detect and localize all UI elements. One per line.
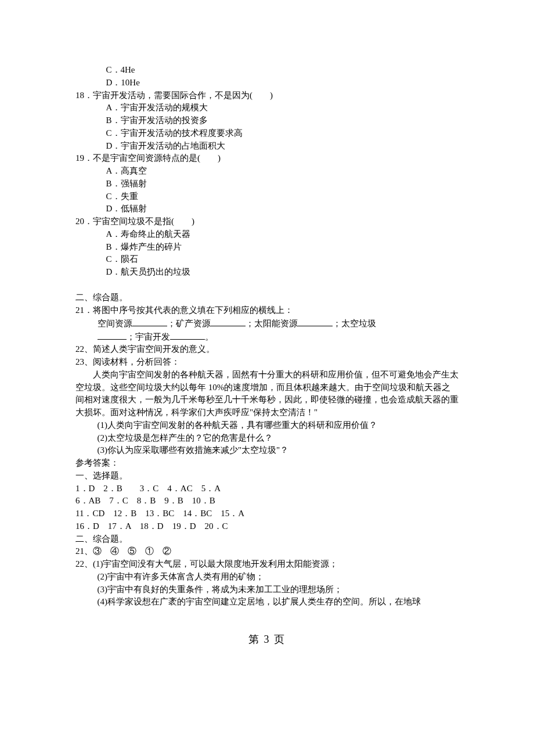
q21-label-solar: ；太阳能资源 xyxy=(246,319,298,328)
question-23-stem: 23、阅读材料，分析回答： xyxy=(75,356,459,369)
question-20-option-b: B．爆炸产生的碎片 xyxy=(75,241,459,254)
question-21-blanks-line1: 空间资源；矿产资源；太阳能资源；太空垃圾 xyxy=(75,317,459,330)
question-19-stem: 19．不是宇宙空间资源特点的是( ) xyxy=(75,152,459,165)
answer-22-3: (3)宇宙中有良好的失重条件，将成为未来加工工业的理想场所； xyxy=(75,584,459,596)
question-19-option-c: C．失重 xyxy=(75,190,459,203)
question-21-blanks-line2: ；宇宙开发。 xyxy=(75,330,459,344)
answer-21: 21、③ ④ ⑤ ① ② xyxy=(75,545,459,558)
question-21-stem: 21．将图中序号按其代表的意义填在下列相应的横线上： xyxy=(75,304,459,317)
answers-section-2: 二、综合题。 xyxy=(75,533,459,546)
question-23-sub1: (1)人类向宇宙空间发射的各种航天器，具有哪些重大的科研和应用价值？ xyxy=(75,419,459,432)
question-18-option-b: B．宇宙开发活动的投资多 xyxy=(75,114,459,127)
question-18-option-c: C．宇宙开发活动的技术程度要求高 xyxy=(75,127,459,140)
question-20-stem: 20．宇宙空间垃圾不是指( ) xyxy=(75,215,459,228)
answers-line-3: 11．CD 12．B 13．BC 14．BC 15．A xyxy=(75,507,459,520)
answer-22-1: 22、(1)宇宙空间没有大气层，可以最大限度地开发利用太阳能资源； xyxy=(75,558,459,571)
q21-label-mineral: ；矿产资源 xyxy=(167,319,211,328)
option-d: D．10He xyxy=(75,77,459,89)
section-2-heading: 二、综合题。 xyxy=(75,291,459,304)
answers-section-1: 一、选择题。 xyxy=(75,470,459,483)
fill-blank[interactable] xyxy=(298,317,333,326)
answer-22-2: (2)宇宙中有许多天体富含人类有用的矿物； xyxy=(75,571,459,584)
option-c: C．4He xyxy=(75,64,459,77)
fill-blank[interactable] xyxy=(132,317,167,326)
q21-label-space: 空间资源 xyxy=(98,319,132,328)
question-19-option-b: B．强辐射 xyxy=(75,178,459,190)
q21-label-dev: ；宇宙开发 xyxy=(127,332,170,341)
question-19-option-a: A．高真空 xyxy=(75,165,459,178)
question-22-stem: 22、简述人类宇宙空间开发的意义。 xyxy=(75,343,459,356)
question-18-option-d: D．宇宙开发活动的占地面积大 xyxy=(75,140,459,153)
question-20-option-a: A．寿命终止的航天器 xyxy=(75,228,459,241)
question-23-sub2: (2)太空垃圾是怎样产生的？它的危害是什么？ xyxy=(75,432,459,445)
page-number: 第 3 页 xyxy=(75,632,459,647)
answers-line-4: 16．D 17．A 18．D 19．D 20．C xyxy=(75,520,459,533)
fill-blank[interactable] xyxy=(98,330,127,340)
question-18-option-a: A．宇宙开发活动的规模大 xyxy=(75,102,459,114)
answer-22-4: (4)科学家设想在广袤的宇宙空间建立定居地，以扩展人类生存的空间。所以，在地球 xyxy=(75,596,459,609)
question-20-option-c: C．陨石 xyxy=(75,253,459,266)
question-18-stem: 18．宇宙开发活动，需要国际合作，不是因为( ) xyxy=(75,89,459,102)
question-23-sub3: (3)你认为应采取哪些有效措施来减少"太空垃圾"？ xyxy=(75,444,459,457)
question-19-option-d: D．低辐射 xyxy=(75,203,459,215)
answers-line-1: 1．D 2．B 3．C 4．AC 5．A xyxy=(75,483,459,495)
answers-title: 参考答案： xyxy=(75,457,459,470)
q21-label-trash: ；太空垃圾 xyxy=(333,319,376,328)
fill-blank[interactable] xyxy=(211,317,246,326)
question-23-passage: 人类向宇宙空间发射的各种航天器，固然有十分重大的科研和应用价值，但不可避免地会产… xyxy=(75,369,459,419)
fill-blank[interactable] xyxy=(170,330,205,340)
question-20-option-d: D．航天员扔出的垃圾 xyxy=(75,266,459,279)
q21-period: 。 xyxy=(205,332,214,341)
answers-line-2: 6．AB 7．C 8．B 9．B 10．B xyxy=(75,495,459,507)
